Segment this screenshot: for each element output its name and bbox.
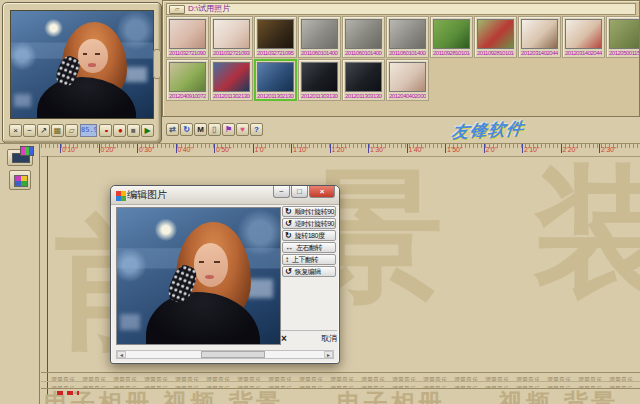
ruler-tick [214,144,215,153]
thumbnail-image [169,19,206,49]
dialog-minimize-button[interactable]: − [273,186,290,198]
image-icon[interactable]: ▦ [51,124,64,137]
window-controls: − □ × [273,186,335,198]
scroll-left-icon[interactable]: ◄ [117,351,126,358]
ruler-label: 2'10" [524,146,540,153]
dialog-close-button[interactable]: × [309,186,335,198]
thumbnail-image [213,62,250,92]
ruler-tick [137,144,138,153]
favorite-button[interactable]: ♥ [236,123,249,136]
minimize-button[interactable]: − [23,124,36,137]
brand-logo: 友锋软件 [450,117,525,144]
ruler-label: 0'20" [101,146,117,153]
cancel-row: × 取消 [281,330,337,344]
thumbnail-caption: 20110327210953 [257,49,294,57]
thumbnail-caption: 20120404020002 [389,92,426,100]
canvas-watermark: 装 [533,160,640,302]
photo-face [194,243,228,287]
thumbnail-selected[interactable]: 20120113021306 [254,59,297,101]
dialog-maximize-button[interactable]: □ [291,186,308,198]
ruler-label: 1'50" [447,146,463,153]
thumbnail-caption: 20110601014008 [389,49,426,57]
rewind-button[interactable]: •• [99,124,112,137]
thumbnail[interactable]: 20110601014005 [298,16,341,58]
flip-vertical-button[interactable]: ↕上下翻转 [282,254,336,265]
rotate-cw-90-icon: ↻ [285,207,292,216]
photo-face [78,39,108,73]
ruler-label: 2'30" [601,146,617,153]
thumbnail[interactable]: 20110601014008 [386,16,429,58]
thumbnail-image [345,62,382,92]
ruler-tick [99,144,100,153]
ruler-label: 2'0" [486,146,498,153]
thumbnail[interactable]: 20120113031306 [342,59,385,101]
ruler-label: 1'0" [255,146,267,153]
ruler-tick [561,144,562,153]
ruler-tick [330,144,331,153]
blank-button[interactable]: ▯ [208,123,221,136]
thumbnail[interactable]: 20120409100728 [166,59,209,101]
flag-button[interactable]: ⚑ [222,123,235,136]
ruler-label: 1'10" [293,146,309,153]
cancel-button[interactable]: 取消 [321,334,337,344]
thumbnail[interactable]: 20110327210935 [210,16,253,58]
thumbnail-caption: 20120409100728 [169,92,206,100]
rotate-180-button[interactable]: ↻旋转180度 [282,230,336,241]
thumbnail-caption: 20120500115811 [609,49,639,57]
ruler-tick [599,144,600,153]
help-button[interactable]: ? [250,123,263,136]
rotate-ccw-90-button[interactable]: ↺逆时针旋转90度 [282,218,336,229]
flip-horizontal-button[interactable]: ↔左右翻转 [282,242,336,253]
playhead-line[interactable] [47,156,48,404]
thumbnail[interactable]: 20120500115811 [606,16,639,58]
thumbnail-image [389,19,426,49]
dialog-button-label: 旋转180度 [295,231,325,241]
mini-toolbar: ⇄↻M▯⚑♥? [166,123,263,136]
transfer-button[interactable]: ⇄ [166,123,179,136]
thumbnail[interactable]: 20120113031300 [298,59,341,101]
ruler-label: 1'40" [409,146,425,153]
restore-edit-icon: ↺ [285,267,292,276]
dialog-button-label: 逆时针旋转90度 [295,219,336,229]
thumbnail-caption: 20110327210935 [213,49,250,57]
dialog-titlebar[interactable]: 编辑图片 − □ × [111,186,339,205]
thumbnail[interactable]: 20110601014006 [342,16,385,58]
thumbnail-image [389,62,426,92]
mark-button[interactable]: M [194,123,207,136]
open-folder-icon[interactable]: ▱ [169,5,185,14]
thumbnail[interactable]: 20120314020442 [518,16,561,58]
horizontal-scrollbar[interactable]: ◄ ► [116,350,334,359]
scroll-right-icon[interactable]: ► [324,351,333,358]
ruler-tick [445,144,446,153]
cancel-x-icon: × [281,334,287,344]
thumbnail[interactable]: 20110928101014 [430,16,473,58]
ruler-label: 0'30" [139,146,155,153]
thumbnail-image [345,19,382,49]
thumbnail-image [521,19,558,49]
stop-button[interactable]: ■ [127,124,140,137]
thumbnail[interactable]: 20120314020443 [562,16,605,58]
thumbnail[interactable]: 20110327210905 [166,16,209,58]
thumbnail[interactable]: 20120404020002 [386,59,429,101]
record-button[interactable]: ● [113,124,126,137]
thumbnail-caption: 20110928101016 [477,49,514,57]
thumbnail-caption: 20110601014006 [345,49,382,57]
play-button[interactable]: ▶ [141,124,154,137]
restore-edit-button[interactable]: ↺恢复编辑 [282,266,336,277]
pen-icon[interactable]: ↗ [37,124,50,137]
palette-button[interactable] [9,170,31,190]
edit-image-dialog: 编辑图片 − □ × ↻顺时针旋转90度↺逆时针旋转90度↻旋转180度↔左右翻… [110,185,340,364]
scrollbar-thumb[interactable] [201,351,264,358]
thumbnail[interactable]: 20110928101016 [474,16,517,58]
close-button[interactable]: × [9,124,22,137]
scrollbar-track[interactable] [126,351,324,358]
timeline-start-marker[interactable] [20,146,34,156]
rotate-button[interactable]: ↻ [180,123,193,136]
folder-icon[interactable]: ▱ [65,124,78,137]
ruler-tick [253,144,254,153]
ruler-label: 1'20" [332,146,348,153]
rotate-cw-90-button[interactable]: ↻顺时针旋转90度 [282,206,336,217]
thumbnail[interactable]: 20110327210953 [254,16,297,58]
thumbnail-image [565,19,602,49]
thumbnail[interactable]: 20120113021300 [210,59,253,101]
